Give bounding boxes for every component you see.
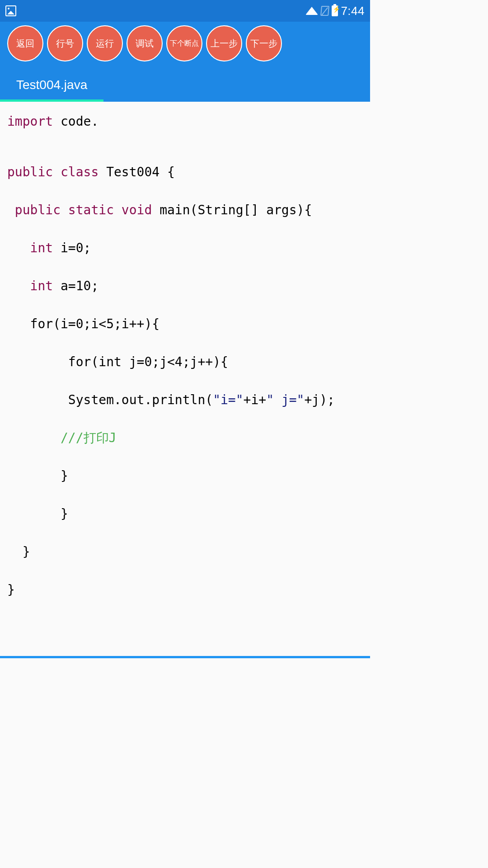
code-editor[interactable]: import code. public class Test004 { publ…: [0, 102, 370, 610]
debug-button[interactable]: 调试: [127, 25, 163, 61]
code-line: [7, 375, 363, 387]
code-line: [7, 261, 363, 274]
code-line: public class Test004 {: [7, 160, 363, 185]
code-line: [7, 413, 363, 425]
code-line: [7, 565, 363, 577]
code-line: }: [7, 577, 363, 603]
code-line: [7, 451, 363, 463]
status-right: 7:44: [305, 4, 365, 18]
code-line: }: [7, 463, 363, 489]
status-bar: 7:44: [0, 0, 370, 22]
battery-charging-icon: [332, 5, 338, 16]
code-line: public static void main(String[] args){: [7, 198, 363, 223]
code-line: [7, 185, 363, 198]
code-line: ///打印J: [7, 425, 363, 451]
code-line: [7, 147, 363, 160]
code-line: [7, 299, 363, 311]
code-line: }: [7, 539, 363, 565]
code-line: [7, 489, 363, 501]
tab-bar: Test004.java: [0, 61, 370, 102]
no-sim-icon: [320, 6, 329, 16]
next-breakpoint-button[interactable]: 下个断点: [166, 25, 202, 61]
toolbar: 返回 行号 运行 调试 下个断点 上一步 下一步: [0, 22, 370, 61]
code-line: [7, 134, 363, 147]
bottom-bar: [0, 656, 370, 658]
tab-test004[interactable]: Test004.java: [0, 72, 103, 102]
code-line: for(i=0;i<5;i++){: [7, 311, 363, 337]
back-button[interactable]: 返回: [7, 25, 43, 61]
clock-time: 7:44: [341, 4, 365, 18]
code-line: [7, 337, 363, 349]
image-notification-icon: [5, 5, 16, 16]
code-line: int a=10;: [7, 274, 363, 299]
code-line: }: [7, 501, 363, 527]
code-line: import code.: [7, 109, 363, 134]
code-line: System.out.println("i="+i+" j="+j);: [7, 387, 363, 413]
code-line: [7, 223, 363, 236]
wifi-icon: [305, 7, 318, 15]
code-line: [7, 527, 363, 539]
code-line: int i=0;: [7, 236, 363, 261]
status-left: [5, 5, 16, 16]
run-button[interactable]: 运行: [87, 25, 123, 61]
code-line: for(int j=0;j<4;j++){: [7, 349, 363, 375]
next-step-button[interactable]: 下一步: [246, 25, 282, 61]
prev-step-button[interactable]: 上一步: [206, 25, 242, 61]
line-number-button[interactable]: 行号: [47, 25, 83, 61]
